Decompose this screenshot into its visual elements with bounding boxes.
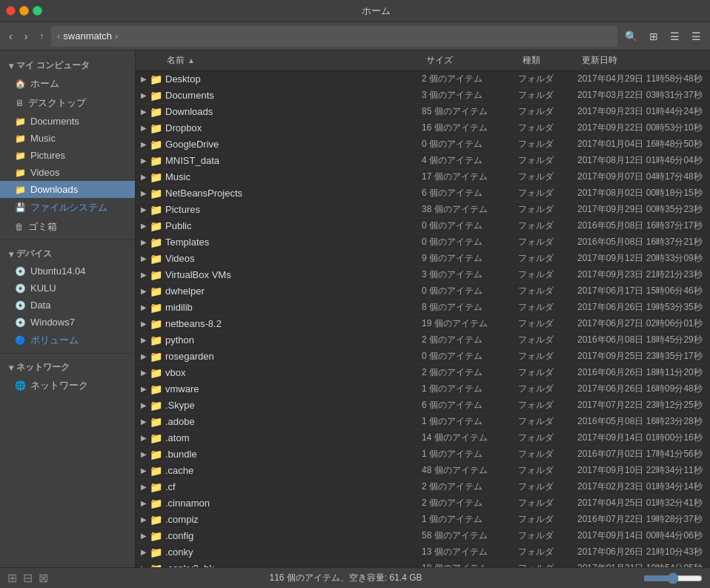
expand-icon[interactable]: ▶ bbox=[139, 75, 149, 83]
sidebar-item-filesystem[interactable]: 💾 ファイルシステム bbox=[0, 198, 135, 217]
table-row[interactable]: ▶ 📁 rosegarden 0 個のアイテム フォルダ 2017年09月25日… bbox=[136, 348, 710, 365]
expand-icon[interactable]: ▶ bbox=[139, 385, 149, 393]
expand-icon[interactable]: ▶ bbox=[139, 401, 149, 409]
col-header-date[interactable]: 更新日時 bbox=[577, 50, 707, 70]
file-size: 0 個のアイテム bbox=[422, 219, 518, 232]
sidebar-item-ubuntu[interactable]: 💿 Ubuntu14.04 bbox=[0, 262, 135, 280]
expand-icon[interactable]: ▶ bbox=[139, 173, 149, 181]
back-button[interactable]: ‹ bbox=[4, 27, 17, 45]
file-size: 2 個のアイテム bbox=[422, 366, 518, 379]
expand-icon[interactable]: ▶ bbox=[139, 124, 149, 132]
sidebar-item-music[interactable]: 📁 Music bbox=[0, 130, 135, 147]
expand-icon[interactable]: ▶ bbox=[139, 548, 149, 556]
table-row[interactable]: ▶ 📁 Dropbox 16 個のアイテム フォルダ 2017年09月22日 0… bbox=[136, 120, 710, 136]
expand-icon[interactable]: ▶ bbox=[139, 303, 149, 311]
table-row[interactable]: ▶ 📁 NetBeansProjects 6 個のアイテム フォルダ 2017年… bbox=[136, 185, 710, 202]
table-row[interactable]: ▶ 📁 .compiz 1 個のアイテム フォルダ 2016年07月22日 19… bbox=[136, 512, 710, 528]
expand-icon[interactable]: ▶ bbox=[139, 254, 149, 262]
expand-icon[interactable]: ▶ bbox=[139, 238, 149, 246]
expand-icon[interactable]: ▶ bbox=[139, 205, 149, 214]
expand-icon[interactable]: ▶ bbox=[139, 108, 149, 116]
statusbar-icon-3[interactable]: ⊠ bbox=[39, 571, 48, 585]
sidebar-item-home[interactable]: 🏠 ホーム bbox=[0, 74, 135, 93]
expand-icon[interactable]: ▶ bbox=[139, 156, 149, 165]
file-size: 6 個のアイテム bbox=[422, 187, 518, 199]
expand-icon[interactable]: ▶ bbox=[139, 417, 149, 426]
table-row[interactable]: ▶ 📁 midilib 8 個のアイテム フォルダ 2017年06月26日 19… bbox=[136, 300, 710, 316]
table-row[interactable]: ▶ 📁 vmware 1 個のアイテム フォルダ 2017年06月26日 16時… bbox=[136, 381, 710, 397]
search-button[interactable]: 🔍 bbox=[620, 27, 642, 45]
table-row[interactable]: ▶ 📁 Desktop 2 個のアイテム フォルダ 2017年04月29日 11… bbox=[136, 71, 710, 87]
expand-icon[interactable]: ▶ bbox=[139, 189, 149, 197]
close-button[interactable] bbox=[6, 6, 16, 16]
table-row[interactable]: ▶ 📁 Videos 9 個のアイテム フォルダ 2017年09月12日 20時… bbox=[136, 251, 710, 267]
table-row[interactable]: ▶ 📁 Downloads 85 個のアイテム フォルダ 2017年09月23日… bbox=[136, 104, 710, 120]
expand-icon[interactable]: ▶ bbox=[139, 287, 149, 295]
table-row[interactable]: ▶ 📁 .cinnamon 2 個のアイテム フォルダ 2017年04月25日 … bbox=[136, 495, 710, 512]
sidebar-item-downloads[interactable]: 📁 Downloads bbox=[0, 181, 135, 198]
sidebar-item-windows7[interactable]: 💿 Windows7 bbox=[0, 314, 135, 331]
sidebar-item-documents[interactable]: 📁 Documents bbox=[0, 113, 135, 130]
table-row[interactable]: ▶ 📁 dwhelper 0 個のアイテム フォルダ 2017年06月17日 1… bbox=[136, 283, 710, 300]
table-row[interactable]: ▶ 📁 .conky2_bk 18 個のアイテム フォルダ 2017年01月31… bbox=[136, 561, 710, 567]
expand-icon[interactable]: ▶ bbox=[139, 369, 149, 377]
sidebar-item-network[interactable]: 🌐 ネットワーク bbox=[0, 376, 135, 395]
table-row[interactable]: ▶ 📁 Music 17 個のアイテム フォルダ 2017年09月07日 04時… bbox=[136, 169, 710, 185]
expand-icon[interactable]: ▶ bbox=[139, 499, 149, 507]
grid-view-button[interactable]: ⊞ bbox=[645, 27, 663, 45]
table-row[interactable]: ▶ 📁 python 2 個のアイテム フォルダ 2016年06月08日 18時… bbox=[136, 332, 710, 348]
forward-button[interactable]: › bbox=[20, 27, 33, 45]
expand-icon[interactable]: ▶ bbox=[139, 336, 149, 344]
table-row[interactable]: ▶ 📁 vbox 2 個のアイテム フォルダ 2016年06月26日 18時11… bbox=[136, 365, 710, 381]
file-type: フォルダ bbox=[518, 105, 577, 118]
table-row[interactable]: ▶ 📁 Pictures 38 個のアイテム フォルダ 2017年09月29日 … bbox=[136, 202, 710, 218]
table-row[interactable]: ▶ 📁 .bundle 1 個のアイテム フォルダ 2016年07月02日 17… bbox=[136, 446, 710, 463]
table-row[interactable]: ▶ 📁 .atom 14 個のアイテム フォルダ 2017年09月14日 01時… bbox=[136, 430, 710, 446]
table-row[interactable]: ▶ 📁 .config 58 個のアイテム フォルダ 2017年09月14日 0… bbox=[136, 528, 710, 544]
expand-icon[interactable]: ▶ bbox=[139, 450, 149, 458]
statusbar-icon-2[interactable]: ⊟ bbox=[23, 571, 33, 585]
expand-icon[interactable]: ▶ bbox=[139, 91, 149, 99]
expand-icon[interactable]: ▶ bbox=[139, 434, 149, 442]
zoom-slider[interactable] bbox=[643, 572, 703, 584]
sidebar-item-data[interactable]: 💿 Data bbox=[0, 297, 135, 314]
expand-icon[interactable]: ▶ bbox=[139, 352, 149, 360]
expand-icon[interactable]: ▶ bbox=[139, 515, 149, 523]
table-row[interactable]: ▶ 📁 .cf 2 個のアイテム フォルダ 2017年02月23日 01時34分… bbox=[136, 479, 710, 495]
sidebar-item-desktop[interactable]: 🖥 デスクトップ bbox=[0, 93, 135, 113]
sidebar-item-kulu[interactable]: 💿 KULU bbox=[0, 280, 135, 297]
col-header-name[interactable]: 名前 ▲ bbox=[162, 50, 422, 70]
table-row[interactable]: ▶ 📁 .cache 48 個のアイテム フォルダ 2017年09月10日 22… bbox=[136, 463, 710, 479]
up-button[interactable]: ↑ bbox=[35, 28, 48, 44]
list-view-button[interactable]: ☰ bbox=[666, 27, 684, 45]
window-controls[interactable] bbox=[6, 6, 42, 16]
table-row[interactable]: ▶ 📁 netbeans-8.2 19 個のアイテム フォルダ 2017年06月… bbox=[136, 316, 710, 332]
table-row[interactable]: ▶ 📁 MNIST_data 4 個のアイテム フォルダ 2017年08月12日… bbox=[136, 153, 710, 169]
sidebar-item-pictures[interactable]: 📁 Pictures bbox=[0, 147, 135, 164]
table-row[interactable]: ▶ 📁 Public 0 個のアイテム フォルダ 2016年05月08日 16時… bbox=[136, 218, 710, 234]
sidebar-item-trash[interactable]: 🗑 ゴミ箱 bbox=[0, 217, 135, 237]
expand-icon[interactable]: ▶ bbox=[139, 271, 149, 279]
col-header-type[interactable]: 種類 bbox=[518, 50, 577, 70]
table-row[interactable]: ▶ 📁 GoogleDrive 0 個のアイテム フォルダ 2017年01月04… bbox=[136, 136, 710, 153]
minimize-button[interactable] bbox=[19, 6, 29, 16]
table-row[interactable]: ▶ 📁 Templates 0 個のアイテム フォルダ 2016年05月08日 … bbox=[136, 234, 710, 251]
table-row[interactable]: ▶ 📁 .conky 13 個のアイテム フォルダ 2017年06月26日 21… bbox=[136, 544, 710, 561]
sidebar-item-videos[interactable]: 📁 Videos bbox=[0, 164, 135, 181]
maximize-button[interactable] bbox=[33, 6, 42, 16]
expand-icon[interactable]: ▶ bbox=[139, 532, 149, 540]
expand-icon[interactable]: ▶ bbox=[139, 483, 149, 491]
sidebar-item-volume[interactable]: 🔵 ボリューム bbox=[0, 331, 135, 350]
expand-icon[interactable]: ▶ bbox=[139, 222, 149, 230]
col-header-size[interactable]: サイズ bbox=[422, 50, 518, 70]
breadcrumb-item[interactable]: swanmatch bbox=[63, 30, 112, 42]
statusbar-icon-1[interactable]: ⊞ bbox=[7, 571, 17, 585]
menu-button[interactable]: ☰ bbox=[687, 27, 706, 45]
table-row[interactable]: ▶ 📁 Documents 3 個のアイテム フォルダ 2017年03月22日 … bbox=[136, 87, 710, 104]
table-row[interactable]: ▶ 📁 .Skype 6 個のアイテム フォルダ 2017年07月22日 23時… bbox=[136, 397, 710, 414]
expand-icon[interactable]: ▶ bbox=[139, 140, 149, 148]
table-row[interactable]: ▶ 📁 .adobe 1 個のアイテム フォルダ 2016年05月08日 16時… bbox=[136, 414, 710, 430]
expand-icon[interactable]: ▶ bbox=[139, 466, 149, 475]
table-row[interactable]: ▶ 📁 VirtualBox VMs 3 個のアイテム フォルダ 2017年09… bbox=[136, 267, 710, 283]
expand-icon[interactable]: ▶ bbox=[139, 320, 149, 328]
